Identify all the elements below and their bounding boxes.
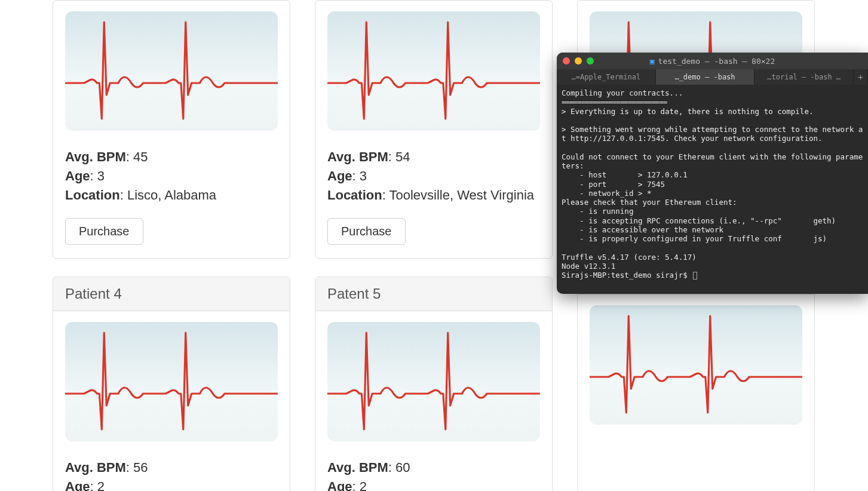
patient-card: Patient 4 Avg. BPM: 56Age: 2: [53, 277, 290, 491]
terminal-line: [562, 143, 863, 152]
age-label: Age: [327, 168, 352, 183]
age-label: Age: [327, 479, 352, 491]
terminal-body[interactable]: Compiling your contracts...=============…: [557, 85, 868, 283]
maximize-icon[interactable]: [587, 57, 594, 65]
terminal-line: - is accessible over the network: [562, 225, 863, 234]
cursor-icon: [693, 272, 697, 280]
terminal-window[interactable]: ▣ test_demo — -bash — 80×22 …=Apple_Term…: [557, 53, 868, 294]
age-value: 2: [360, 479, 367, 491]
terminal-line: Could not connect to your Ethereum clien…: [562, 152, 863, 171]
terminal-line: ===========================: [562, 97, 863, 106]
ekg-image: [65, 11, 278, 131]
bpm-value: 60: [395, 460, 410, 475]
terminal-tabs: …=Apple_Terminal…_demo — -bash…torial — …: [557, 69, 868, 85]
terminal-line: Node v12.3.1: [562, 262, 863, 271]
ekg-image: [327, 322, 540, 441]
location-label: Location: [327, 188, 382, 202]
terminal-line: - is accepting RPC connections (i.e., "-…: [562, 216, 863, 225]
purchase-button[interactable]: Purchase: [65, 218, 143, 245]
terminal-line: - network_id > *: [562, 189, 863, 198]
patient-card: Patent 5 Avg. BPM: 60Age: 2: [315, 277, 553, 491]
card-info: Avg. BPM: 60Age: 2: [327, 458, 540, 491]
age-label: Age: [65, 168, 90, 183]
bpm-value: 56: [133, 460, 148, 475]
location-value: Toolevsille, West Virginia: [389, 188, 535, 202]
terminal-tab[interactable]: …_demo — -bash: [656, 69, 755, 85]
ekg-image: [590, 305, 802, 425]
patient-card: [577, 277, 815, 491]
terminal-line: > Everything is up to date, there is not…: [562, 107, 863, 116]
terminal-line: > Something went wrong while attempting …: [562, 125, 863, 143]
age-value: 2: [97, 479, 105, 491]
age-value: 3: [360, 168, 367, 183]
bpm-label: Avg. BPM: [327, 149, 388, 164]
location-label: Location: [65, 188, 120, 202]
bpm-value: 45: [133, 149, 148, 164]
card-title: Patent 5: [315, 277, 552, 311]
card-title: Patient 4: [53, 277, 290, 311]
minimize-icon[interactable]: [575, 57, 582, 65]
terminal-line: - is running: [562, 207, 863, 216]
bpm-value: 54: [395, 149, 410, 164]
terminal-tab[interactable]: …torial — -bash …: [754, 69, 854, 85]
patient-card: Avg. BPM: 45Age: 3Location: Lisco, Alaba…: [53, 0, 290, 259]
terminal-line: [562, 116, 863, 125]
terminal-line: - is properly configured in your Truffle…: [562, 234, 863, 243]
card-info: Avg. BPM: 45Age: 3Location: Lisco, Alaba…: [65, 148, 278, 205]
terminal-line: Truffle v5.4.17 (core: 5.4.17): [562, 253, 863, 262]
terminal-line: Please check that your Ethereum client:: [562, 198, 863, 207]
close-icon[interactable]: [563, 57, 570, 65]
bpm-label: Avg. BPM: [65, 460, 126, 475]
folder-icon: ▣: [650, 57, 655, 66]
patient-card: Avg. BPM: 54Age: 3Location: Toolevsille,…: [315, 0, 553, 259]
card-info: Avg. BPM: 56Age: 2: [65, 458, 278, 491]
terminal-tab[interactable]: …=Apple_Terminal: [557, 69, 656, 85]
terminal-line: - host > 127.0.0.1: [562, 170, 863, 179]
age-label: Age: [65, 479, 90, 491]
bpm-label: Avg. BPM: [65, 149, 126, 164]
age-value: 3: [97, 168, 105, 183]
terminal-prompt[interactable]: Sirajs-MBP:test_demo sirajr$: [562, 271, 863, 280]
new-tab-button[interactable]: +: [854, 69, 868, 85]
ekg-image: [327, 11, 540, 131]
ekg-image: [65, 322, 278, 441]
bpm-label: Avg. BPM: [327, 460, 388, 475]
terminal-titlebar[interactable]: ▣ test_demo — -bash — 80×22: [557, 53, 868, 69]
card-info: Avg. BPM: 54Age: 3Location: Toolevsille,…: [327, 148, 540, 205]
terminal-line: [562, 243, 863, 252]
terminal-line: Compiling your contracts...: [562, 88, 863, 97]
terminal-title: test_demo — -bash — 80×22: [658, 57, 775, 66]
location-value: Lisco, Alabama: [127, 188, 216, 202]
purchase-button[interactable]: Purchase: [327, 218, 406, 245]
terminal-line: - port > 7545: [562, 180, 863, 189]
